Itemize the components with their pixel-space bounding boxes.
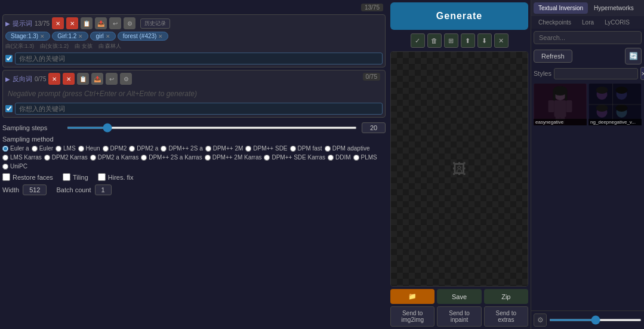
width-value: 512	[23, 185, 47, 195]
method-dpm2a[interactable]: DPM2 a	[129, 145, 158, 152]
method-dpmadaptive[interactable]: DPM adaptive	[325, 145, 370, 152]
steps-value: 20	[362, 122, 386, 133]
steps-label: Sampling steps	[2, 124, 62, 131]
down-icon-btn[interactable]: ⬇	[477, 33, 492, 48]
method-lms[interactable]: LMS	[56, 145, 76, 152]
clear-negative-btn[interactable]: ✕	[48, 73, 60, 85]
batch-count-value: 1	[95, 185, 112, 195]
svg-rect-9	[565, 91, 568, 100]
lora-tab[interactable]: Lora	[577, 17, 599, 27]
export-negative-btn[interactable]: 📤	[91, 73, 103, 85]
output-area: Generate ✓ 🗑 ⊞ ⬆ ⬇ ✕ 🖼 📁 Save Zip	[388, 0, 531, 329]
negative-prompt-input[interactable]	[15, 103, 383, 115]
folder-button[interactable]: 📁	[390, 289, 435, 304]
restore-faces-checkbox[interactable]: Restore faces	[2, 173, 53, 181]
generate-button[interactable]: Generate	[390, 2, 528, 30]
token-girl[interactable]: girl ✕	[90, 32, 115, 41]
thumbnail-2[interactable]: ng_deepnegative_v...	[588, 84, 642, 308]
method-dpm2sakarras[interactable]: DPM++ 2S a Karras	[141, 154, 202, 161]
method-heun[interactable]: Heun	[78, 145, 100, 152]
right-panel: Textual Inversion Hypernetworks Checkpoi…	[531, 0, 644, 329]
method-unipc[interactable]: UniPC	[2, 163, 27, 170]
method-dpm2sa[interactable]: DPM++ 2S a	[161, 145, 202, 152]
history-trigger[interactable]: 历史记录	[140, 19, 170, 29]
svg-point-12	[596, 87, 608, 94]
batch-count-label: Batch count	[56, 186, 91, 193]
positive-prompt-checkbox[interactable]	[5, 55, 13, 62]
method-dpmsdekarras[interactable]: DPM++ SDE Karras	[264, 154, 325, 161]
method-euler[interactable]: Euler	[32, 145, 53, 152]
styles-input[interactable]	[554, 68, 638, 79]
undo-positive-btn[interactable]: ↩	[109, 17, 121, 29]
negative-prompt-label: 反向词	[13, 75, 32, 84]
method-dpm2karras[interactable]: DPM2 Karras	[44, 154, 88, 161]
send-to-extras-btn[interactable]: Send to extras	[484, 306, 528, 327]
method-dpm2m[interactable]: DPM++ 2M	[205, 145, 244, 152]
token-forest[interactable]: forest (#423) ✕	[118, 32, 169, 41]
delete-positive-btn[interactable]: ✕	[66, 17, 78, 29]
steps-slider[interactable]	[67, 127, 357, 129]
method-plms[interactable]: PLMS	[353, 154, 377, 161]
copy-positive-btn[interactable]: 📋	[81, 17, 93, 29]
token-girl12[interactable]: Girl:1.2 ✕	[52, 32, 88, 41]
sub-girl: 由 女孩	[75, 42, 93, 50]
method-dpmsde[interactable]: DPM++ SDE	[245, 145, 287, 152]
trash-icon-btn[interactable]: 🗑	[427, 33, 442, 48]
positive-prompt-label: 提示词	[13, 19, 32, 28]
token-stage[interactable]: Stage:1.3) ✕	[5, 32, 50, 41]
settings-positive-btn[interactable]: ⚙	[124, 17, 135, 29]
thumbnail-1[interactable]: easynegative	[534, 84, 587, 308]
search-input[interactable]	[534, 31, 642, 44]
method-lmskarras[interactable]: LMS Karras	[2, 154, 42, 161]
sampling-methods-grid: Euler a Euler LMS Heun DPM2	[2, 145, 386, 170]
zoom-slider[interactable]	[549, 319, 642, 321]
right-tabs: Textual Inversion Hypernetworks	[531, 0, 644, 16]
send-to-img2img-btn[interactable]: Send to img2img	[390, 306, 435, 327]
top-counter: 13/75	[361, 4, 383, 11]
settings-gear-icon[interactable]: ⚙	[534, 313, 547, 327]
method-dpmfast[interactable]: DPM fast	[290, 145, 322, 152]
refresh-icon-btn[interactable]: 🔄	[625, 48, 642, 64]
method-ddim[interactable]: DDIM	[328, 154, 351, 161]
positive-prompt-counter: 13/75	[35, 20, 50, 27]
zip-button[interactable]: Zip	[484, 289, 528, 304]
x-icon-btn[interactable]: ✕	[494, 33, 509, 48]
expand-icon: ▶	[5, 20, 10, 27]
undo-negative-btn[interactable]: ↩	[106, 73, 118, 85]
sub-forest: 由 森林人	[98, 42, 122, 50]
check-icon-btn[interactable]: ✓	[411, 33, 425, 48]
refresh-button[interactable]: Refresh	[534, 50, 572, 63]
lycoris-tab[interactable]: LyCORIS	[600, 17, 634, 27]
svg-rect-3	[549, 100, 554, 112]
neg-prompt-placeholder: Negative prompt (press Ctrl+Enter or Alt…	[5, 87, 383, 100]
positive-prompt-box: ▶ 提示词 13/75 ✕ ✕ 📋 📤 ↩ ⚙ 历史记录	[2, 14, 386, 67]
method-label: Sampling method	[2, 136, 386, 143]
checkboxes-row: Restore faces Tiling Hires. fix	[2, 173, 386, 181]
method-dpm2[interactable]: DPM2	[103, 145, 127, 152]
clear-positive-btn[interactable]: ✕	[52, 17, 64, 29]
hires-fix-checkbox[interactable]: Hires. fix	[98, 173, 134, 181]
method-dpm2mkarras[interactable]: DPM++ 2M Karras	[205, 154, 262, 161]
bottom-controls: ⚙	[531, 310, 644, 329]
save-button[interactable]: Save	[437, 289, 481, 304]
checkpoints-tab[interactable]: Checkpoints	[534, 17, 576, 27]
styles-label: Styles	[534, 70, 551, 77]
positive-prompt-input[interactable]	[15, 53, 383, 64]
delete-negative-btn[interactable]: ✕	[63, 73, 75, 85]
send-to-inpaint-btn[interactable]: Send to inpaint	[437, 306, 481, 327]
negative-prompt-checkbox[interactable]	[5, 105, 13, 112]
hypernetworks-tab[interactable]: Hypernetworks	[589, 2, 639, 14]
copy-negative-btn[interactable]: 📋	[77, 73, 89, 85]
export-positive-btn[interactable]: 📤	[95, 17, 107, 29]
up-icon-btn[interactable]: ⬆	[461, 33, 475, 48]
method-euler-a[interactable]: Euler a	[2, 145, 29, 152]
grid-icon-btn[interactable]: ⊞	[444, 33, 458, 48]
tiling-checkbox[interactable]: Tiling	[63, 173, 88, 181]
width-label: Width	[2, 186, 19, 193]
sub-stage: 由(父亲:1.3)	[5, 42, 34, 50]
svg-point-14	[616, 87, 628, 94]
method-dpm2akarras[interactable]: DPM2 a Karras	[90, 154, 138, 161]
settings-negative-btn[interactable]: ⚙	[120, 73, 132, 85]
styles-close-btn[interactable]: ✕	[640, 67, 644, 80]
textual-inversion-tab[interactable]: Textual Inversion	[534, 2, 588, 14]
